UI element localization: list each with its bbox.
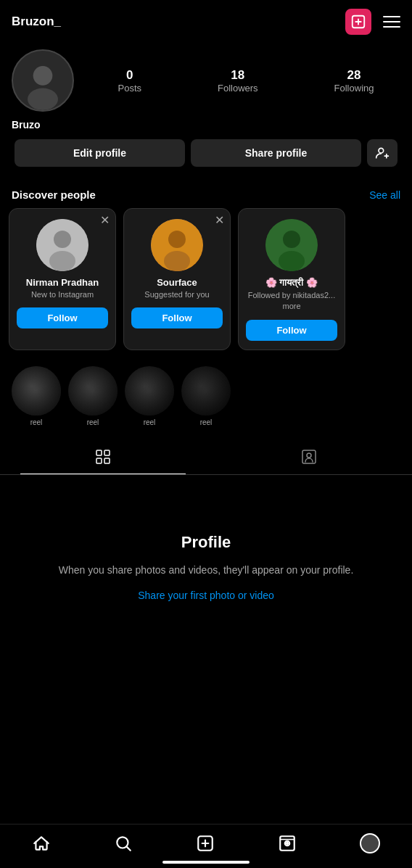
svg-point-14 — [164, 251, 190, 271]
posts-stat[interactable]: 0 Posts — [118, 68, 141, 94]
followers-stat[interactable]: 18 Followers — [218, 68, 258, 94]
profile-name: Bruzo — [12, 119, 400, 131]
story-circle-4 — [181, 366, 231, 416]
profile-top: 0 Posts 18 Followers 28 Following — [12, 49, 400, 112]
svg-point-13 — [168, 231, 186, 248]
menu-line — [383, 26, 400, 28]
svg-point-4 — [33, 66, 53, 86]
edit-profile-button[interactable]: Edit profile — [15, 139, 185, 167]
suggestion-card-3: 🌸 गायत्री 🌸 Followed by nikitadas2... mo… — [238, 208, 345, 350]
see-all-button[interactable]: See all — [369, 189, 400, 201]
story-label-1: reel — [12, 418, 61, 426]
action-buttons: Edit profile Share profile — [12, 139, 400, 167]
grid-icon — [94, 448, 112, 466]
menu-line — [383, 16, 400, 17]
share-profile-button[interactable]: Share profile — [191, 139, 361, 167]
add-square-icon — [350, 14, 366, 30]
svg-point-31 — [287, 843, 288, 844]
nav-profile[interactable] — [360, 833, 380, 853]
suggestion-name-1: Nirman Pradhan — [26, 277, 99, 288]
suggestion-name-2: Sourface — [157, 277, 197, 288]
profile-avatar — [12, 49, 74, 112]
stories-row: reel reel reel reel — [0, 359, 412, 434]
svg-rect-19 — [104, 450, 110, 455]
svg-rect-21 — [104, 458, 110, 463]
dismiss-suggestion-1[interactable]: ✕ — [100, 215, 110, 226]
suggestion-name-3: 🌸 गायत्री 🌸 — [265, 277, 318, 289]
nav-home[interactable] — [32, 834, 51, 853]
follow-button-3[interactable]: Follow — [246, 320, 337, 341]
posts-count: 0 — [126, 68, 133, 83]
follow-button-1[interactable]: Follow — [17, 307, 108, 328]
add-friend-button[interactable] — [367, 139, 397, 167]
discover-header: Discover people See all — [0, 178, 412, 208]
story-circle-2 — [68, 366, 118, 416]
menu-line — [383, 21, 400, 22]
add-person-icon — [375, 146, 390, 160]
tagged-icon — [300, 448, 318, 466]
svg-point-5 — [28, 88, 58, 110]
follow-button-2[interactable]: Follow — [131, 307, 223, 328]
svg-point-17 — [279, 251, 305, 271]
svg-rect-22 — [302, 450, 316, 463]
suggestion-sub-1: New to Instagram — [31, 289, 94, 300]
nav-add[interactable] — [196, 834, 215, 853]
reels-icon — [278, 834, 297, 853]
posts-label: Posts — [118, 83, 141, 94]
profile-section: 0 Posts 18 Followers 28 Following Bruzo … — [0, 44, 412, 178]
empty-profile-state: Profile When you share photos and videos… — [0, 475, 412, 630]
discover-title: Discover people — [12, 189, 96, 201]
story-item-3[interactable]: reel — [125, 366, 174, 426]
suggestion-card-1: ✕ Nirman Pradhan New to Instagram Follow — [9, 208, 116, 350]
suggestion-avatar-1 — [36, 219, 88, 271]
story-circle-1 — [12, 366, 61, 416]
stats-row: 0 Posts 18 Followers 28 Following — [91, 68, 400, 94]
suggestion-sub-2: Suggested for you — [144, 289, 209, 300]
story-item-1[interactable]: reel — [12, 366, 61, 426]
search-icon — [114, 834, 133, 853]
svg-line-25 — [127, 847, 131, 851]
story-label-3: reel — [125, 418, 174, 426]
hamburger-menu-button[interactable] — [383, 16, 400, 28]
empty-profile-description: When you share photos and videos, they'l… — [59, 562, 354, 578]
story-circle-3 — [125, 366, 174, 416]
share-first-photo-link[interactable]: Share your first photo or video — [138, 590, 274, 601]
suggestion-avatar-2 — [151, 219, 203, 271]
svg-point-16 — [283, 231, 300, 248]
story-item-2[interactable]: reel — [68, 366, 118, 426]
add-icon — [196, 834, 215, 853]
svg-point-11 — [49, 251, 75, 271]
nav-profile-avatar — [360, 833, 380, 853]
following-count: 28 — [347, 68, 361, 83]
story-label-2: reel — [68, 418, 118, 426]
svg-point-23 — [307, 453, 311, 458]
followers-count: 18 — [231, 68, 244, 83]
empty-profile-title: Profile — [181, 533, 231, 552]
home-indicator — [162, 861, 250, 864]
tab-grid[interactable] — [0, 439, 206, 474]
header-username: Bruzon_ — [12, 15, 61, 29]
svg-rect-20 — [96, 458, 102, 463]
tab-tagged[interactable] — [206, 439, 412, 474]
suggestions-list: ✕ Nirman Pradhan New to Instagram Follow… — [0, 208, 412, 359]
add-content-button[interactable] — [345, 9, 371, 35]
suggestion-avatar-3 — [265, 219, 318, 271]
following-stat[interactable]: 28 Following — [334, 68, 374, 94]
following-label: Following — [334, 83, 374, 94]
suggestion-card-2: ✕ Sourface Suggested for you Follow — [123, 208, 231, 350]
followers-label: Followers — [218, 83, 258, 94]
dismiss-suggestion-2[interactable]: ✕ — [215, 215, 224, 226]
nav-search[interactable] — [114, 834, 133, 853]
content-tab-bar — [0, 439, 412, 475]
suggestion-sub-3: Followed by nikitadas2... more — [246, 290, 337, 313]
svg-rect-18 — [96, 450, 102, 455]
header-icons — [345, 9, 400, 35]
story-label-4: reel — [181, 418, 231, 426]
home-icon — [32, 834, 51, 853]
svg-point-6 — [379, 148, 384, 153]
nav-reels[interactable] — [278, 834, 297, 853]
story-item-4[interactable]: reel — [181, 366, 231, 426]
svg-point-10 — [54, 231, 71, 248]
top-header: Bruzon_ — [0, 0, 412, 44]
